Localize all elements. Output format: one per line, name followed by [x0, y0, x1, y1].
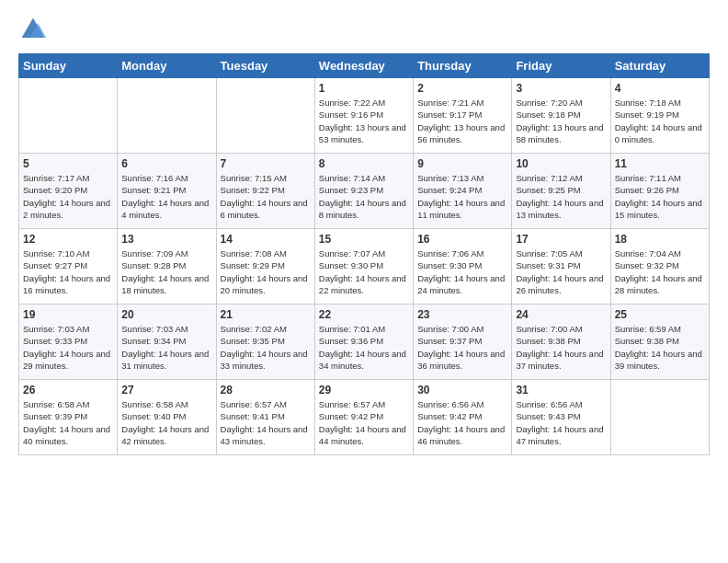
day-number: 12 [23, 233, 113, 246]
header-row: SundayMondayTuesdayWednesdayThursdayFrid… [19, 54, 710, 78]
calendar-table: SundayMondayTuesdayWednesdayThursdayFrid… [18, 53, 710, 455]
day-number: 9 [417, 157, 507, 170]
day-info: Sunrise: 6:57 AM Sunset: 9:42 PM Dayligh… [319, 398, 409, 447]
day-number: 24 [516, 308, 606, 321]
day-number: 25 [615, 308, 705, 321]
day-info: Sunrise: 7:07 AM Sunset: 9:30 PM Dayligh… [319, 247, 409, 296]
day-cell: 8Sunrise: 7:14 AM Sunset: 9:23 PM Daylig… [314, 154, 413, 229]
day-cell: 18Sunrise: 7:04 AM Sunset: 9:32 PM Dayli… [610, 229, 709, 304]
day-info: Sunrise: 7:20 AM Sunset: 9:18 PM Dayligh… [516, 97, 606, 145]
day-cell [19, 78, 118, 154]
week-row-2: 5Sunrise: 7:17 AM Sunset: 9:20 PM Daylig… [19, 154, 710, 229]
day-number: 1 [319, 82, 409, 95]
day-cell: 21Sunrise: 7:02 AM Sunset: 9:35 PM Dayli… [216, 304, 314, 380]
day-info: Sunrise: 7:22 AM Sunset: 9:16 PM Dayligh… [319, 97, 409, 145]
day-number: 19 [23, 308, 113, 321]
day-cell: 7Sunrise: 7:15 AM Sunset: 9:22 PM Daylig… [216, 154, 314, 229]
day-cell: 11Sunrise: 7:11 AM Sunset: 9:26 PM Dayli… [610, 154, 709, 229]
day-info: Sunrise: 6:59 AM Sunset: 9:38 PM Dayligh… [615, 323, 705, 372]
day-info: Sunrise: 7:02 AM Sunset: 9:35 PM Dayligh… [221, 323, 311, 372]
day-cell [610, 380, 709, 455]
col-header-wednesday: Wednesday [314, 54, 413, 78]
day-cell: 6Sunrise: 7:16 AM Sunset: 9:21 PM Daylig… [118, 154, 216, 229]
day-number: 4 [615, 82, 705, 95]
day-info: Sunrise: 7:06 AM Sunset: 9:30 PM Dayligh… [417, 247, 507, 296]
day-number: 2 [417, 82, 507, 95]
day-info: Sunrise: 7:08 AM Sunset: 9:29 PM Dayligh… [221, 247, 311, 296]
day-info: Sunrise: 7:15 AM Sunset: 9:22 PM Dayligh… [221, 172, 311, 221]
day-info: Sunrise: 7:21 AM Sunset: 9:17 PM Dayligh… [417, 97, 507, 145]
day-number: 5 [23, 157, 113, 170]
col-header-friday: Friday [512, 54, 610, 78]
generalblue-logo-icon [18, 15, 48, 44]
day-info: Sunrise: 6:56 AM Sunset: 9:43 PM Dayligh… [516, 398, 606, 447]
day-info: Sunrise: 7:03 AM Sunset: 9:33 PM Dayligh… [23, 323, 113, 372]
day-info: Sunrise: 6:58 AM Sunset: 9:40 PM Dayligh… [121, 398, 211, 447]
day-info: Sunrise: 7:18 AM Sunset: 9:19 PM Dayligh… [615, 97, 705, 145]
day-number: 23 [417, 308, 507, 321]
day-number: 29 [319, 384, 409, 396]
day-cell: 10Sunrise: 7:12 AM Sunset: 9:25 PM Dayli… [512, 154, 610, 229]
day-cell: 29Sunrise: 6:57 AM Sunset: 9:42 PM Dayli… [314, 380, 413, 455]
header [18, 15, 710, 44]
day-number: 28 [221, 384, 311, 396]
day-cell: 25Sunrise: 6:59 AM Sunset: 9:38 PM Dayli… [610, 304, 709, 380]
day-cell: 15Sunrise: 7:07 AM Sunset: 9:30 PM Dayli… [314, 229, 413, 304]
day-cell: 27Sunrise: 6:58 AM Sunset: 9:40 PM Dayli… [118, 380, 216, 455]
day-number: 26 [23, 384, 113, 396]
week-row-5: 26Sunrise: 6:58 AM Sunset: 9:39 PM Dayli… [19, 380, 710, 455]
day-info: Sunrise: 7:14 AM Sunset: 9:23 PM Dayligh… [319, 172, 409, 221]
day-cell: 12Sunrise: 7:10 AM Sunset: 9:27 PM Dayli… [19, 229, 118, 304]
day-cell: 9Sunrise: 7:13 AM Sunset: 9:24 PM Daylig… [414, 154, 512, 229]
day-number: 15 [319, 233, 409, 246]
day-cell [216, 78, 314, 154]
day-info: Sunrise: 6:58 AM Sunset: 9:39 PM Dayligh… [23, 398, 113, 447]
day-number: 27 [121, 384, 211, 396]
day-info: Sunrise: 7:00 AM Sunset: 9:38 PM Dayligh… [516, 323, 606, 372]
day-cell: 2Sunrise: 7:21 AM Sunset: 9:17 PM Daylig… [414, 78, 512, 154]
col-header-sunday: Sunday [19, 54, 118, 78]
day-cell: 1Sunrise: 7:22 AM Sunset: 9:16 PM Daylig… [314, 78, 413, 154]
day-info: Sunrise: 7:10 AM Sunset: 9:27 PM Dayligh… [23, 247, 113, 296]
day-info: Sunrise: 7:13 AM Sunset: 9:24 PM Dayligh… [417, 172, 507, 221]
day-number: 17 [516, 233, 606, 246]
day-cell: 19Sunrise: 7:03 AM Sunset: 9:33 PM Dayli… [19, 304, 118, 380]
day-number: 6 [121, 157, 211, 170]
day-cell: 24Sunrise: 7:00 AM Sunset: 9:38 PM Dayli… [512, 304, 610, 380]
day-number: 21 [221, 308, 311, 321]
day-number: 31 [516, 384, 606, 396]
day-cell: 28Sunrise: 6:57 AM Sunset: 9:41 PM Dayli… [216, 380, 314, 455]
day-info: Sunrise: 7:11 AM Sunset: 9:26 PM Dayligh… [615, 172, 705, 221]
day-number: 22 [319, 308, 409, 321]
day-number: 3 [516, 82, 606, 95]
day-number: 30 [417, 384, 507, 396]
col-header-monday: Monday [118, 54, 216, 78]
day-cell [118, 78, 216, 154]
day-info: Sunrise: 7:16 AM Sunset: 9:21 PM Dayligh… [121, 172, 211, 221]
week-row-3: 12Sunrise: 7:10 AM Sunset: 9:27 PM Dayli… [19, 229, 710, 304]
day-info: Sunrise: 7:12 AM Sunset: 9:25 PM Dayligh… [516, 172, 606, 221]
day-info: Sunrise: 6:57 AM Sunset: 9:41 PM Dayligh… [221, 398, 311, 447]
day-number: 11 [615, 157, 705, 170]
day-number: 20 [121, 308, 211, 321]
day-cell: 16Sunrise: 7:06 AM Sunset: 9:30 PM Dayli… [414, 229, 512, 304]
day-info: Sunrise: 7:04 AM Sunset: 9:32 PM Dayligh… [615, 247, 705, 296]
day-cell: 4Sunrise: 7:18 AM Sunset: 9:19 PM Daylig… [610, 78, 709, 154]
col-header-saturday: Saturday [610, 54, 709, 78]
day-number: 18 [615, 233, 705, 246]
logo [18, 15, 51, 44]
week-row-1: 1Sunrise: 7:22 AM Sunset: 9:16 PM Daylig… [19, 78, 710, 154]
day-cell: 13Sunrise: 7:09 AM Sunset: 9:28 PM Dayli… [118, 229, 216, 304]
day-cell: 22Sunrise: 7:01 AM Sunset: 9:36 PM Dayli… [314, 304, 413, 380]
day-cell: 31Sunrise: 6:56 AM Sunset: 9:43 PM Dayli… [512, 380, 610, 455]
col-header-thursday: Thursday [414, 54, 512, 78]
day-cell: 26Sunrise: 6:58 AM Sunset: 9:39 PM Dayli… [19, 380, 118, 455]
day-number: 16 [417, 233, 507, 246]
day-cell: 5Sunrise: 7:17 AM Sunset: 9:20 PM Daylig… [19, 154, 118, 229]
day-info: Sunrise: 7:17 AM Sunset: 9:20 PM Dayligh… [23, 172, 113, 221]
day-info: Sunrise: 7:05 AM Sunset: 9:31 PM Dayligh… [516, 247, 606, 296]
day-cell: 30Sunrise: 6:56 AM Sunset: 9:42 PM Dayli… [414, 380, 512, 455]
day-cell: 23Sunrise: 7:00 AM Sunset: 9:37 PM Dayli… [414, 304, 512, 380]
day-number: 7 [221, 157, 311, 170]
day-number: 10 [516, 157, 606, 170]
